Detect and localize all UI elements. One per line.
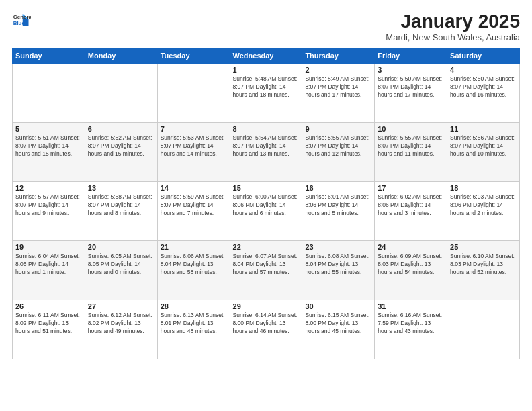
day-info: Sunrise: 6:06 AM Sunset: 8:04 PM Dayligh…	[161, 253, 227, 277]
table-row: 29Sunrise: 6:14 AM Sunset: 8:00 PM Dayli…	[230, 300, 302, 359]
table-row: 1Sunrise: 5:48 AM Sunset: 8:07 PM Daylig…	[230, 64, 302, 123]
table-row: 21Sunrise: 6:06 AM Sunset: 8:04 PM Dayli…	[157, 241, 230, 300]
table-row: 4Sunrise: 5:50 AM Sunset: 8:07 PM Daylig…	[447, 64, 520, 123]
location-subtitle: Mardi, New South Wales, Australia	[386, 32, 520, 42]
day-number: 19	[15, 243, 82, 251]
day-number: 9	[305, 125, 371, 133]
day-number: 27	[88, 302, 154, 310]
calendar-week-row: 19Sunrise: 6:04 AM Sunset: 8:05 PM Dayli…	[13, 241, 520, 300]
table-row: 13Sunrise: 5:58 AM Sunset: 8:07 PM Dayli…	[85, 182, 157, 241]
day-info: Sunrise: 6:05 AM Sunset: 8:05 PM Dayligh…	[88, 253, 154, 277]
day-info: Sunrise: 5:48 AM Sunset: 8:07 PM Dayligh…	[233, 75, 300, 99]
table-row: 18Sunrise: 6:03 AM Sunset: 8:06 PM Dayli…	[447, 182, 520, 241]
day-info: Sunrise: 5:52 AM Sunset: 8:07 PM Dayligh…	[88, 134, 154, 158]
table-row: 30Sunrise: 6:15 AM Sunset: 8:00 PM Dayli…	[302, 300, 375, 359]
day-number: 31	[378, 302, 444, 310]
table-row: 15Sunrise: 6:00 AM Sunset: 8:06 PM Dayli…	[230, 182, 302, 241]
day-info: Sunrise: 6:11 AM Sunset: 8:02 PM Dayligh…	[15, 312, 82, 336]
table-row: 8Sunrise: 5:54 AM Sunset: 8:07 PM Daylig…	[230, 123, 302, 182]
day-number: 14	[161, 184, 227, 192]
header-saturday: Saturday	[447, 48, 520, 64]
day-info: Sunrise: 5:49 AM Sunset: 8:07 PM Dayligh…	[305, 75, 371, 99]
page: General Blue January 2025 Mardi, New Sou…	[0, 0, 532, 411]
day-info: Sunrise: 5:50 AM Sunset: 8:07 PM Dayligh…	[378, 75, 444, 99]
calendar-week-row: 1Sunrise: 5:48 AM Sunset: 8:07 PM Daylig…	[13, 64, 520, 123]
day-number: 12	[15, 184, 82, 192]
header-tuesday: Tuesday	[157, 48, 230, 64]
day-info: Sunrise: 5:55 AM Sunset: 8:07 PM Dayligh…	[378, 134, 444, 158]
day-info: Sunrise: 6:12 AM Sunset: 8:02 PM Dayligh…	[88, 312, 154, 336]
day-info: Sunrise: 6:01 AM Sunset: 8:06 PM Dayligh…	[305, 193, 371, 218]
day-info: Sunrise: 6:13 AM Sunset: 8:01 PM Dayligh…	[161, 312, 227, 336]
table-row: 12Sunrise: 5:57 AM Sunset: 8:07 PM Dayli…	[13, 182, 85, 241]
table-row: 20Sunrise: 6:05 AM Sunset: 8:05 PM Dayli…	[85, 241, 157, 300]
day-info: Sunrise: 6:04 AM Sunset: 8:05 PM Dayligh…	[15, 253, 82, 277]
day-info: Sunrise: 5:57 AM Sunset: 8:07 PM Dayligh…	[15, 193, 82, 218]
table-row: 17Sunrise: 6:02 AM Sunset: 8:06 PM Dayli…	[375, 182, 447, 241]
table-row	[157, 64, 230, 123]
day-number: 23	[305, 243, 371, 251]
day-number: 15	[233, 184, 300, 192]
day-info: Sunrise: 6:03 AM Sunset: 8:06 PM Dayligh…	[450, 193, 517, 218]
table-row: 6Sunrise: 5:52 AM Sunset: 8:07 PM Daylig…	[85, 123, 157, 182]
table-row: 2Sunrise: 5:49 AM Sunset: 8:07 PM Daylig…	[302, 64, 375, 123]
table-row: 31Sunrise: 6:16 AM Sunset: 7:59 PM Dayli…	[375, 300, 447, 359]
table-row: 28Sunrise: 6:13 AM Sunset: 8:01 PM Dayli…	[157, 300, 230, 359]
header-sunday: Sunday	[13, 48, 85, 64]
day-number: 13	[88, 184, 154, 192]
day-number: 20	[88, 243, 154, 251]
day-info: Sunrise: 5:54 AM Sunset: 8:07 PM Dayligh…	[233, 134, 300, 158]
table-row: 5Sunrise: 5:51 AM Sunset: 8:07 PM Daylig…	[13, 123, 85, 182]
day-info: Sunrise: 6:10 AM Sunset: 8:03 PM Dayligh…	[450, 253, 517, 277]
day-number: 5	[15, 125, 82, 133]
table-row: 3Sunrise: 5:50 AM Sunset: 8:07 PM Daylig…	[375, 64, 447, 123]
day-info: Sunrise: 6:07 AM Sunset: 8:04 PM Dayligh…	[233, 253, 300, 277]
day-info: Sunrise: 5:56 AM Sunset: 8:07 PM Dayligh…	[450, 134, 517, 158]
calendar-header-row: Sunday Monday Tuesday Wednesday Thursday…	[13, 48, 520, 64]
table-row: 26Sunrise: 6:11 AM Sunset: 8:02 PM Dayli…	[13, 300, 85, 359]
day-info: Sunrise: 5:59 AM Sunset: 8:07 PM Dayligh…	[161, 193, 227, 218]
calendar-week-row: 26Sunrise: 6:11 AM Sunset: 8:02 PM Dayli…	[13, 300, 520, 359]
day-number: 30	[305, 302, 371, 310]
table-row: 7Sunrise: 5:53 AM Sunset: 8:07 PM Daylig…	[157, 123, 230, 182]
day-info: Sunrise: 6:09 AM Sunset: 8:03 PM Dayligh…	[378, 253, 444, 277]
day-number: 24	[378, 243, 444, 251]
table-row: 22Sunrise: 6:07 AM Sunset: 8:04 PM Dayli…	[230, 241, 302, 300]
day-number: 8	[233, 125, 300, 133]
day-info: Sunrise: 6:14 AM Sunset: 8:00 PM Dayligh…	[233, 312, 300, 336]
day-number: 11	[450, 125, 517, 133]
day-number: 29	[233, 302, 300, 310]
table-row: 16Sunrise: 6:01 AM Sunset: 8:06 PM Dayli…	[302, 182, 375, 241]
svg-text:General: General	[13, 14, 31, 20]
table-row: 24Sunrise: 6:09 AM Sunset: 8:03 PM Dayli…	[375, 241, 447, 300]
day-number: 3	[378, 66, 444, 74]
table-row	[447, 300, 520, 359]
logo-icon: General Blue	[12, 11, 31, 30]
table-row: 19Sunrise: 6:04 AM Sunset: 8:05 PM Dayli…	[13, 241, 85, 300]
day-info: Sunrise: 6:16 AM Sunset: 7:59 PM Dayligh…	[378, 312, 444, 336]
day-number: 21	[161, 243, 227, 251]
header-monday: Monday	[85, 48, 157, 64]
day-info: Sunrise: 6:00 AM Sunset: 8:06 PM Dayligh…	[233, 193, 300, 218]
logo: General Blue	[12, 11, 34, 30]
day-number: 1	[233, 66, 300, 74]
day-number: 10	[378, 125, 444, 133]
table-row: 10Sunrise: 5:55 AM Sunset: 8:07 PM Dayli…	[375, 123, 447, 182]
day-number: 16	[305, 184, 371, 192]
day-number: 26	[15, 302, 82, 310]
title-block: January 2025 Mardi, New South Wales, Aus…	[386, 11, 520, 42]
day-number: 4	[450, 66, 517, 74]
day-info: Sunrise: 5:55 AM Sunset: 8:07 PM Dayligh…	[305, 134, 371, 158]
day-number: 7	[161, 125, 227, 133]
svg-text:Blue: Blue	[13, 20, 26, 26]
table-row: 14Sunrise: 5:59 AM Sunset: 8:07 PM Dayli…	[157, 182, 230, 241]
day-number: 6	[88, 125, 154, 133]
day-info: Sunrise: 6:15 AM Sunset: 8:00 PM Dayligh…	[305, 312, 371, 336]
day-number: 2	[305, 66, 371, 74]
table-row: 11Sunrise: 5:56 AM Sunset: 8:07 PM Dayli…	[447, 123, 520, 182]
day-number: 25	[450, 243, 517, 251]
day-info: Sunrise: 5:58 AM Sunset: 8:07 PM Dayligh…	[88, 193, 154, 218]
day-number: 28	[161, 302, 227, 310]
day-info: Sunrise: 5:51 AM Sunset: 8:07 PM Dayligh…	[15, 134, 82, 158]
day-number: 22	[233, 243, 300, 251]
